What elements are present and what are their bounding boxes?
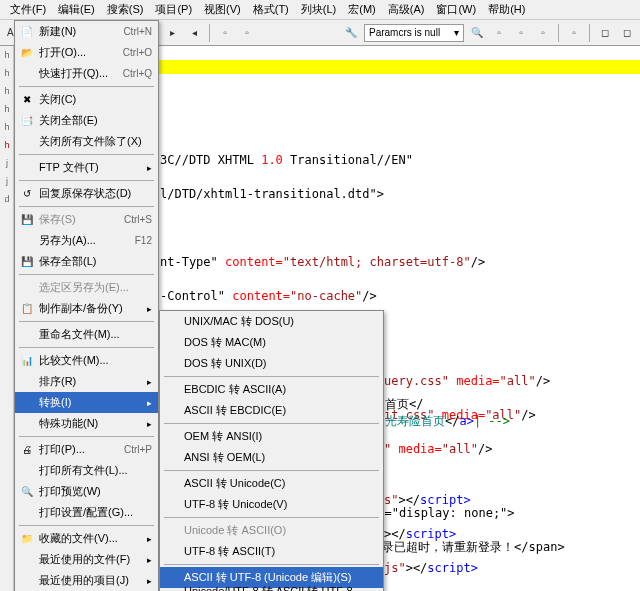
submenu-item[interactable]: ASCII 转 Unicode(C)	[160, 473, 383, 494]
menu-item[interactable]: 格式(T)	[247, 0, 295, 19]
menu-item[interactable]: 文件(F)	[4, 0, 52, 19]
submenu-item[interactable]: ASCII 转 EBCDIC(E)	[160, 400, 383, 421]
submenu-item[interactable]: ANSI 转 OEM(L)	[160, 447, 383, 468]
menu-item[interactable]: 帮助(H)	[482, 0, 531, 19]
menu-icon: ↺	[19, 186, 35, 202]
menu-icon	[164, 544, 180, 560]
menu-icon	[19, 552, 35, 568]
tool-icon[interactable]: ◻	[596, 24, 614, 42]
submenu-item[interactable]: UTF-8 转 Unicode(V)	[160, 494, 383, 515]
menu-item[interactable]: ↺回复原保存状态(D)	[15, 183, 158, 204]
menu-icon	[19, 134, 35, 150]
menu-icon: ✖	[19, 92, 35, 108]
tab-icons: hhhhhhjjd	[0, 46, 14, 208]
menu-item[interactable]: 快速打开(Q)...Ctrl+Q	[15, 63, 158, 84]
menu-item[interactable]: 高级(A)	[382, 0, 431, 19]
menu-icon	[19, 233, 35, 249]
menu-icon: 📁	[19, 531, 35, 547]
menu-icon	[164, 403, 180, 419]
menu-item[interactable]: 编辑(E)	[52, 0, 101, 19]
menu-item[interactable]: 📊比较文件(M)...	[15, 350, 158, 371]
tool-icon[interactable]: ◻	[618, 24, 636, 42]
menu-item[interactable]: 💾保存(S)Ctrl+S	[15, 209, 158, 230]
menu-item[interactable]: 排序(R)▸	[15, 371, 158, 392]
menu-icon: 💾	[19, 212, 35, 228]
submenu-item[interactable]: Unicode 转 ASCII(O)	[160, 520, 383, 541]
menu-icon: 📂	[19, 45, 35, 61]
menu-item[interactable]: 搜索(S)	[101, 0, 150, 19]
menu-item[interactable]: 💾保存全部(L)	[15, 251, 158, 272]
menu-item[interactable]: 特殊功能(N)▸	[15, 413, 158, 434]
menu-item[interactable]: 📑关闭全部(E)	[15, 110, 158, 131]
tool-icon[interactable]: ▫	[565, 24, 583, 42]
menu-icon	[19, 280, 35, 296]
menu-item[interactable]: 视图(V)	[198, 0, 247, 19]
menu-item[interactable]: 打印设置/配置(G)...	[15, 502, 158, 523]
menu-item[interactable]: 最近使用的项目(J)▸	[15, 570, 158, 591]
menu-item[interactable]: 🖨打印(P)...Ctrl+P	[15, 439, 158, 460]
menu-item[interactable]: 打印所有文件(L)...	[15, 460, 158, 481]
menu-icon	[164, 314, 180, 330]
menu-item[interactable]: 列块(L)	[295, 0, 342, 19]
menu-item[interactable]: 窗口(W)	[430, 0, 482, 19]
menu-icon	[19, 327, 35, 343]
submenu-item[interactable]: DOS 转 UNIX(D)	[160, 353, 383, 374]
menu-icon	[19, 395, 35, 411]
menu-icon: 🖨	[19, 442, 35, 458]
menu-icon	[19, 160, 35, 176]
menu-icon	[19, 463, 35, 479]
menu-icon	[164, 476, 180, 492]
submenu-item[interactable]: UNIX/MAC 转 DOS(U)	[160, 311, 383, 332]
convert-submenu: UNIX/MAC 转 DOS(U)DOS 转 MAC(M)DOS 转 UNIX(…	[159, 310, 384, 591]
outdent-icon[interactable]: ◂	[185, 24, 203, 42]
submenu-item[interactable]: OEM 转 ANSI(I)	[160, 426, 383, 447]
menu-icon	[19, 416, 35, 432]
menu-icon	[164, 382, 180, 398]
menu-item[interactable]: 📁收藏的文件(V)...▸	[15, 528, 158, 549]
tool-icon[interactable]: ▫	[512, 24, 530, 42]
submenu-item[interactable]: EBCDIC 转 ASCII(A)	[160, 379, 383, 400]
menu-icon	[19, 374, 35, 390]
menu-item[interactable]: 另存为(A)...F12	[15, 230, 158, 251]
menu-icon	[19, 505, 35, 521]
menu-item[interactable]: FTP 文件(T)▸	[15, 157, 158, 178]
submenu-item[interactable]: UTF-8 转 ASCII(T)	[160, 541, 383, 562]
tool-icon[interactable]: ▫	[216, 24, 234, 42]
menu-icon	[164, 450, 180, 466]
menu-icon	[164, 497, 180, 513]
menubar: 文件(F)编辑(E)搜索(S)项目(P)视图(V)格式(T)列块(L)宏(M)高…	[0, 0, 640, 20]
menu-icon	[164, 523, 180, 539]
menu-icon: 🔍	[19, 484, 35, 500]
menu-icon: 📑	[19, 113, 35, 129]
menu-item[interactable]: 宏(M)	[342, 0, 382, 19]
binoculars-icon[interactable]: 🔍	[468, 24, 486, 42]
menu-icon: 📋	[19, 301, 35, 317]
menu-item[interactable]: 🔍打印预览(W)	[15, 481, 158, 502]
indent-icon[interactable]: ▸	[163, 24, 181, 42]
menu-icon	[164, 429, 180, 445]
menu-icon: 📊	[19, 353, 35, 369]
tool-icon[interactable]: ▫	[238, 24, 256, 42]
tool-icon[interactable]: ▫	[534, 24, 552, 42]
menu-item[interactable]: 最近使用的文件(F)▸	[15, 549, 158, 570]
tool-icon[interactable]: ▫	[490, 24, 508, 42]
menu-item[interactable]: 📂打开(O)...Ctrl+O	[15, 42, 158, 63]
menu-item[interactable]: 重命名文件(M)...	[15, 324, 158, 345]
submenu-item[interactable]: DOS 转 MAC(M)	[160, 332, 383, 353]
file-menu: 📄新建(N)Ctrl+N📂打开(O)...Ctrl+O快速打开(Q)...Ctr…	[14, 20, 159, 591]
menu-item[interactable]: 转换(I)▸	[15, 392, 158, 413]
menu-icon: 💾	[19, 254, 35, 270]
menu-item[interactable]: ✖关闭(C)	[15, 89, 158, 110]
menu-item[interactable]: 📄新建(N)Ctrl+N	[15, 21, 158, 42]
menu-icon	[19, 573, 35, 589]
menu-item[interactable]: 📋制作副本/备份(Y)▸	[15, 298, 158, 319]
menu-item[interactable]: 项目(P)	[149, 0, 198, 19]
menu-icon	[19, 66, 35, 82]
params-dropdown[interactable]: Paramcrs is null▾	[364, 24, 464, 42]
tool-icon[interactable]: 🔧	[342, 24, 360, 42]
menu-item[interactable]: 关闭所有文件除了(X)	[15, 131, 158, 152]
menu-item[interactable]: 选定区另存为(E)...	[15, 277, 158, 298]
menu-icon	[164, 356, 180, 372]
menu-icon	[164, 335, 180, 351]
menu-icon	[164, 570, 180, 586]
